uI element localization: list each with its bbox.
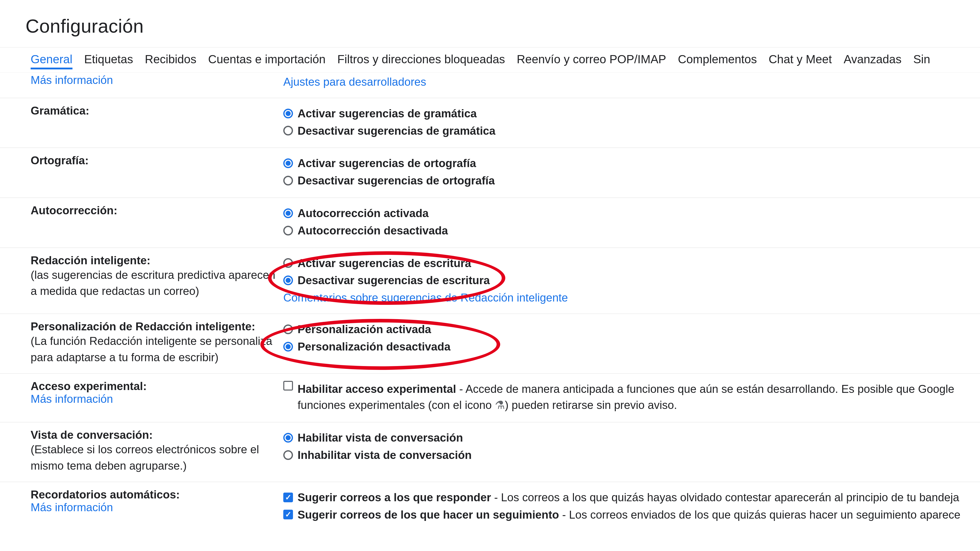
row-nudges: Recordatorios automáticos: Más informaci… <box>0 482 980 532</box>
row-experimental: Acceso experimental: Más información Hab… <box>0 374 980 423</box>
radio-grammar-on-label: Activar sugerencias de gramática <box>298 105 477 122</box>
radio-grammar-off[interactable] <box>283 126 293 135</box>
checkbox-nudge-follow[interactable] <box>283 510 293 519</box>
radio-smartcompose-on[interactable] <box>283 258 293 268</box>
tab-labels[interactable]: Etiquetas <box>84 52 133 68</box>
experimental-desc2b: ) pueden retirarse sin previo aviso. <box>505 399 677 411</box>
flask-icon: ⚗ <box>495 397 505 413</box>
sub-smartcompose: (las sugerencias de escritura predictiva… <box>30 268 275 297</box>
tab-forwarding[interactable]: Reenvío y correo POP/IMAP <box>517 52 666 68</box>
nudge-reply-label: Sugerir correos a los que responder <box>298 491 491 503</box>
row-smartcompose-pers: Personalización de Redacción inteligente… <box>0 314 980 374</box>
radio-conversation-on-label: Habilitar vista de conversación <box>298 430 463 446</box>
row-spelling: Ortografía: Activar sugerencias de ortog… <box>0 148 980 198</box>
label-nudges: Recordatorios automáticos: <box>30 488 180 501</box>
radio-spelling-off-label: Desactivar sugerencias de ortografía <box>298 172 495 189</box>
radio-grammar-off-label: Desactivar sugerencias de gramática <box>298 123 495 139</box>
experimental-desc1: - Accede de manera anticipada a funcione… <box>456 383 954 395</box>
link-smartcompose-feedback[interactable]: Comentarios sobre sugerencias de Redacci… <box>283 291 568 304</box>
radio-spelling-on-label: Activar sugerencias de ortografía <box>298 155 476 171</box>
experimental-desc2a: funciones experimentales (con el icono <box>298 399 495 411</box>
row-smartcompose: Redacción inteligente: (las sugerencias … <box>0 248 980 314</box>
link-more-info-top[interactable]: Más información <box>30 74 113 86</box>
radio-autocorrect-on-label: Autocorrección activada <box>298 205 429 221</box>
radio-autocorrect-off-label: Autocorrección desactivada <box>298 222 448 239</box>
radio-conversation-off[interactable] <box>283 450 293 460</box>
link-dev-settings[interactable]: Ajustes para desarrolladores <box>283 76 426 88</box>
tab-advanced[interactable]: Avanzadas <box>844 52 902 68</box>
radio-smartcompose-off[interactable] <box>283 275 293 285</box>
tab-general[interactable]: General <box>30 52 73 69</box>
checkbox-experimental-label: Habilitar acceso experimental <box>298 383 456 395</box>
radio-pers-on[interactable] <box>283 324 293 334</box>
tab-accounts[interactable]: Cuentas e importación <box>208 52 325 68</box>
settings-tabs: General Etiquetas Recibidos Cuentas e im… <box>0 47 980 73</box>
radio-conversation-on[interactable] <box>283 433 293 443</box>
label-grammar: Gramática: <box>30 104 89 117</box>
link-experimental-more[interactable]: Más información <box>30 392 113 405</box>
radio-smartcompose-off-label: Desactivar sugerencias de escritura <box>298 272 490 289</box>
row-autocorrect: Autocorrección: Autocorrección activada … <box>0 198 980 248</box>
label-autocorrect: Autocorrección: <box>30 204 118 217</box>
link-nudges-more[interactable]: Más información <box>30 501 113 513</box>
row-grammar: Gramática: Activar sugerencias de gramát… <box>0 98 980 148</box>
label-experimental: Acceso experimental: <box>30 380 147 392</box>
tab-filters[interactable]: Filtros y direcciones bloqueadas <box>337 52 505 68</box>
label-smartcompose-pers: Personalización de Redacción inteligente… <box>30 320 255 333</box>
radio-pers-off[interactable] <box>283 342 293 351</box>
sub-conversation: (Establece si los correos electrónicos s… <box>30 443 259 472</box>
radio-autocorrect-off[interactable] <box>283 226 293 235</box>
tab-offline[interactable]: Sin <box>913 52 930 68</box>
label-conversation: Vista de conversación: <box>30 429 153 441</box>
radio-pers-on-label: Personalización activada <box>298 321 431 338</box>
radio-smartcompose-on-label: Activar sugerencias de escritura <box>298 255 471 272</box>
nudge-follow-desc: - Los correos enviados de los que quizás… <box>559 508 960 521</box>
radio-grammar-on[interactable] <box>283 109 293 118</box>
row-conversation: Vista de conversación: (Establece si los… <box>0 422 980 482</box>
radio-autocorrect-on[interactable] <box>283 208 293 218</box>
sub-smartcompose-pers: (La función Redacción inteligente se per… <box>30 335 272 364</box>
row-dev-links: Más información Ajustes para desarrollad… <box>0 73 980 98</box>
page-title: Configuración <box>0 5 980 47</box>
tab-chat[interactable]: Chat y Meet <box>769 52 832 68</box>
label-spelling: Ortografía: <box>30 154 89 167</box>
radio-pers-off-label: Personalización desactivada <box>298 338 450 355</box>
tab-addons[interactable]: Complementos <box>678 52 757 68</box>
label-smartcompose: Redacción inteligente: <box>30 254 150 267</box>
checkbox-experimental[interactable] <box>283 381 293 391</box>
nudge-follow-label: Sugerir correos de los que hacer un segu… <box>298 508 559 521</box>
nudge-reply-desc: - Los correos a los que quizás hayas olv… <box>491 491 959 503</box>
tab-inbox[interactable]: Recibidos <box>145 52 196 68</box>
radio-spelling-on[interactable] <box>283 159 293 168</box>
radio-conversation-off-label: Inhabilitar vista de conversación <box>298 447 472 463</box>
radio-spelling-off[interactable] <box>283 176 293 186</box>
checkbox-nudge-reply[interactable] <box>283 492 293 502</box>
